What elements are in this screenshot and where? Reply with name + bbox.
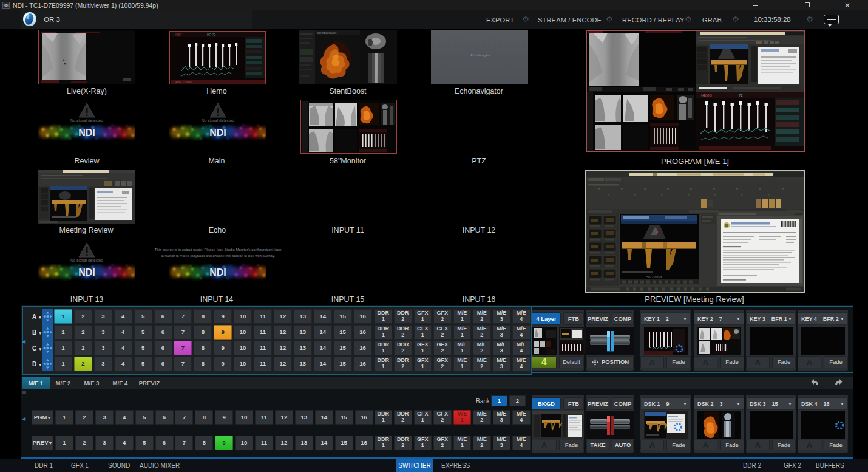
svg-text:StentBoost Live: StentBoost Live: [317, 32, 337, 35]
svg-text:HEMO: HEMO: [701, 94, 712, 97]
svg-text:HR 72: HR 72: [207, 33, 215, 36]
svg-text:NBP: NBP: [175, 33, 182, 36]
svg-text:56.3 cm/s: 56.3 cm/s: [646, 275, 662, 279]
svg-text:ABP 120/80: ABP 120/80: [175, 80, 192, 84]
svg-text:72: 72: [739, 94, 743, 97]
